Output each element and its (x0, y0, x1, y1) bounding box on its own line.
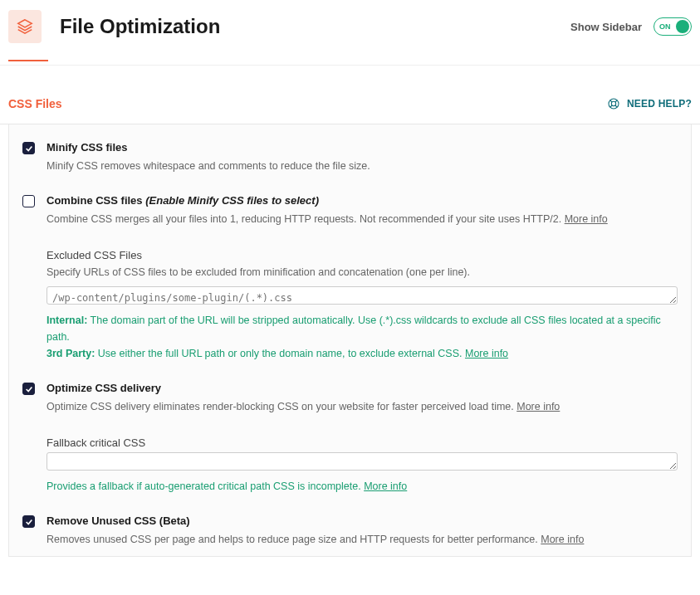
combine-label: Combine CSS files (47, 194, 145, 207)
excluded-css-textarea[interactable] (47, 286, 678, 305)
optimize-label: Optimize CSS delivery (47, 382, 161, 394)
page-header: File Optimization Show Sidebar ON (0, 0, 700, 56)
svg-line-4 (615, 100, 617, 102)
fallback-label: Fallback critical CSS (47, 436, 678, 449)
excluded-label: Excluded CSS Files (47, 249, 678, 261)
active-tab-indicator (8, 60, 48, 61)
section-title: CSS Files (8, 97, 62, 110)
lifebuoy-icon (607, 97, 620, 110)
svg-line-5 (610, 105, 612, 107)
note-internal-label: Internal: (47, 315, 87, 326)
settings-panel: Minify CSS files Minify CSS removes whit… (8, 124, 692, 557)
checkbox-combine-css[interactable] (22, 195, 35, 207)
optimize-more-info[interactable]: More info (516, 401, 560, 412)
sidebar-toggle-label: Show Sidebar (570, 21, 642, 33)
checkmark-icon (25, 518, 33, 526)
setting-remove-unused-css: Remove Unused CSS (Beta) Removes unused … (22, 515, 678, 548)
svg-line-6 (615, 105, 617, 107)
minify-label: Minify CSS files (47, 141, 128, 154)
combine-hint: (Enable Minify CSS files to select) (145, 194, 319, 207)
svg-marker-0 (18, 20, 32, 27)
checkbox-optimize-css[interactable] (22, 383, 35, 395)
remove-unused-more-info[interactable]: More info (541, 534, 584, 545)
layers-icon (16, 17, 34, 36)
app-icon (8, 10, 42, 43)
fallback-css-block: Fallback critical CSS Provides a fallbac… (47, 436, 678, 495)
fallback-css-textarea[interactable] (47, 452, 678, 471)
checkmark-icon (25, 385, 33, 393)
section-header: CSS Files NEED HELP? (0, 66, 700, 124)
svg-line-3 (610, 100, 612, 102)
setting-optimize-css: Optimize CSS delivery Optimize CSS deliv… (22, 382, 678, 495)
excluded-note: Internal: The domain part of the URL wil… (47, 312, 678, 362)
checkmark-icon (25, 144, 33, 153)
sidebar-toggle-group: Show Sidebar ON (570, 17, 692, 36)
remove-unused-label: Remove Unused CSS (Beta) (47, 515, 190, 527)
checkbox-minify-css[interactable] (22, 142, 35, 154)
switch-on-text: ON (659, 22, 671, 31)
combine-desc: Combine CSS merges all your files into 1… (47, 212, 678, 227)
setting-combine-css: Combine CSS files (Enable Minify CSS fil… (22, 194, 678, 363)
need-help-text: NEED HELP? (627, 98, 692, 110)
svg-point-2 (611, 101, 615, 105)
fallback-note: Provides a fallback if auto-generated cr… (47, 478, 678, 495)
note-3rd-text: Use either the full URL path or only the… (95, 348, 465, 359)
excluded-more-info[interactable]: More info (465, 348, 508, 359)
fallback-more-info[interactable]: More info (364, 480, 407, 492)
excluded-desc: Specify URLs of CSS files to be excluded… (47, 265, 678, 280)
checkbox-remove-unused-css[interactable] (22, 515, 35, 528)
need-help-link[interactable]: NEED HELP? (607, 97, 692, 110)
note-internal-text: The domain part of the URL will be strip… (47, 315, 661, 343)
minify-desc: Minify CSS removes whitespace and commen… (47, 159, 678, 174)
sidebar-toggle-switch[interactable]: ON (653, 17, 692, 36)
switch-knob (676, 20, 689, 33)
excluded-css-block: Excluded CSS Files Specify URLs of CSS f… (47, 249, 678, 363)
combine-more-info[interactable]: More info (565, 213, 608, 225)
page-title: File Optimization (60, 15, 570, 38)
fallback-note-text: Provides a fallback if auto-generated cr… (47, 480, 364, 492)
optimize-desc: Optimize CSS delivery eliminates render-… (47, 399, 678, 415)
note-3rd-label: 3rd Party: (47, 348, 95, 359)
remove-unused-desc: Removes unused CSS per page and helps to… (47, 532, 678, 548)
setting-minify-css: Minify CSS files Minify CSS removes whit… (22, 141, 678, 174)
